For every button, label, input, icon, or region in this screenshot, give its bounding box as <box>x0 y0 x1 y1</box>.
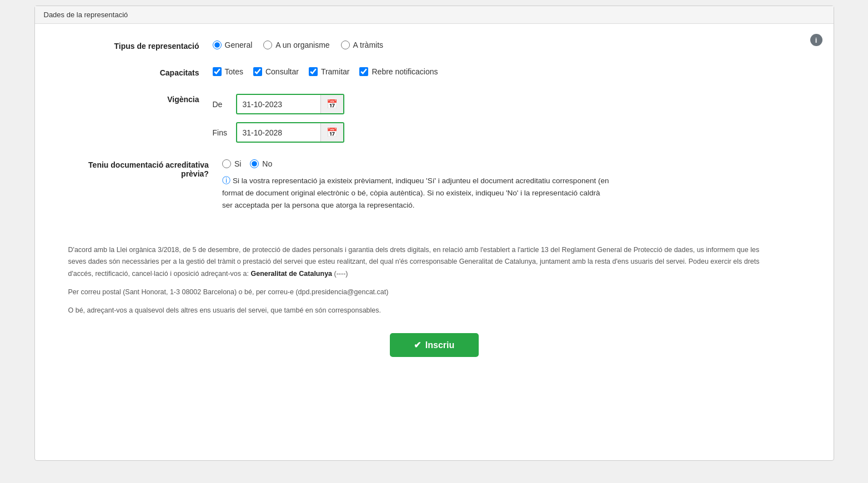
vigencia-fins-input[interactable] <box>237 124 320 141</box>
radio-si[interactable]: Si <box>222 159 241 168</box>
inscriu-button[interactable]: ✔ Inscriu <box>390 333 479 357</box>
checkmark-icon: ✔ <box>414 340 421 350</box>
checkbox-consultar-input[interactable] <box>253 67 262 76</box>
capacitats-row: Capacitats Totes Consultar Tramitar <box>68 67 613 77</box>
tipus-radio-group: General A un organisme A tràmits <box>213 41 384 49</box>
vigencia-de-label: De <box>213 100 229 109</box>
form-container: Tipus de representació General A un orga… <box>35 24 646 244</box>
vigencia-fins-label: Fins <box>213 128 229 137</box>
radio-no[interactable]: No <box>250 159 272 168</box>
radio-organisme-input[interactable] <box>263 41 272 49</box>
vigencia-de-input-wrapper: 📅 <box>236 94 344 114</box>
window-title: Dades de la representació <box>44 11 128 19</box>
checkbox-consultar[interactable]: Consultar <box>253 67 299 76</box>
radio-general-label: General <box>225 41 253 49</box>
vigencia-label: Vigència <box>68 94 213 104</box>
checkbox-totes-label: Totes <box>225 67 243 76</box>
radio-general[interactable]: General <box>213 41 253 49</box>
radio-si-input[interactable] <box>222 159 231 168</box>
doc-row: Teniu documentació acreditativa prèvia? … <box>68 159 613 211</box>
info-circle-icon: ⓘ <box>222 175 230 185</box>
si-no-group: Si No <box>222 159 613 168</box>
radio-general-input[interactable] <box>213 41 222 49</box>
vigencia-de-row: De 📅 <box>213 94 344 114</box>
privacy-paragraph-2: Per correu postal (Sant Honorat, 1-3 080… <box>68 286 768 298</box>
info-icon[interactable]: i <box>810 34 822 46</box>
doc-label: Teniu documentació acreditativa prèvia? <box>68 159 222 178</box>
inscriu-button-container: ✔ Inscriu <box>35 328 834 374</box>
main-window: Dades de la representació i Tipus de rep… <box>34 6 834 461</box>
doc-info-box: ⓘSi la vostra representació ja existeix … <box>222 174 613 211</box>
radio-tramits-label: A tràmits <box>353 41 383 49</box>
checkbox-rebre-input[interactable] <box>359 67 368 76</box>
vigencia-de-calendar-btn[interactable]: 📅 <box>320 95 343 113</box>
tipus-label: Tipus de representació <box>68 41 213 51</box>
radio-no-input[interactable] <box>250 159 259 168</box>
radio-no-label: No <box>262 159 272 168</box>
capacitats-checkbox-group: Totes Consultar Tramitar Rebre notificac… <box>213 67 438 76</box>
privacy-bold: Generalitat de Catalunya <box>250 270 332 278</box>
radio-organisme-label: A un organisme <box>275 41 329 49</box>
privacy-paragraph-1: D'acord amb la Llei orgànica 3/2018, de … <box>68 244 768 280</box>
tipus-row: Tipus de representació General A un orga… <box>68 41 613 51</box>
privacy-paragraph-3: O bé, adreçant-vos a qualsevol dels altr… <box>68 305 768 316</box>
window-titlebar: Dades de la representació <box>35 6 834 24</box>
capacitats-control: Totes Consultar Tramitar Rebre notificac… <box>213 67 438 76</box>
radio-tramits-input[interactable] <box>341 41 350 49</box>
checkbox-tramitar[interactable]: Tramitar <box>309 67 350 76</box>
doc-question-block: Si No ⓘSi la vostra representació ja exi… <box>222 159 613 211</box>
privacy-coords: (----) <box>334 270 348 278</box>
checkbox-rebre[interactable]: Rebre notificacions <box>359 67 438 76</box>
checkbox-rebre-label: Rebre notificacions <box>372 67 438 76</box>
inscriu-label: Inscriu <box>425 340 454 350</box>
vigencia-de-input[interactable] <box>237 96 320 113</box>
capacitats-label: Capacitats <box>68 67 213 77</box>
privacy-text-1: D'acord amb la Llei orgànica 3/2018, de … <box>68 246 760 278</box>
checkbox-consultar-label: Consultar <box>265 67 299 76</box>
doc-control: Si No ⓘSi la vostra representació ja exi… <box>222 159 613 211</box>
checkbox-totes-input[interactable] <box>213 67 222 76</box>
vigencia-row: Vigència De 📅 Fins 📅 <box>68 94 613 143</box>
vigencia-fins-calendar-btn[interactable]: 📅 <box>320 123 343 142</box>
vigencia-fins-input-wrapper: 📅 <box>236 122 344 143</box>
radio-organisme[interactable]: A un organisme <box>263 41 329 49</box>
tipus-control: General A un organisme A tràmits <box>213 41 384 49</box>
vigencia-control: De 📅 Fins 📅 <box>213 94 344 143</box>
checkbox-totes[interactable]: Totes <box>213 67 243 76</box>
checkbox-tramitar-label: Tramitar <box>321 67 350 76</box>
vigencia-fins-row: Fins 📅 <box>213 122 344 143</box>
checkbox-tramitar-input[interactable] <box>309 67 318 76</box>
privacy-section: D'acord amb la Llei orgànica 3/2018, de … <box>35 244 801 316</box>
vigencia-group: De 📅 Fins 📅 <box>213 94 344 143</box>
radio-si-label: Si <box>234 159 241 168</box>
doc-info-text: Si la vostra representació ja existeix p… <box>222 177 609 209</box>
radio-tramits[interactable]: A tràmits <box>341 41 383 49</box>
